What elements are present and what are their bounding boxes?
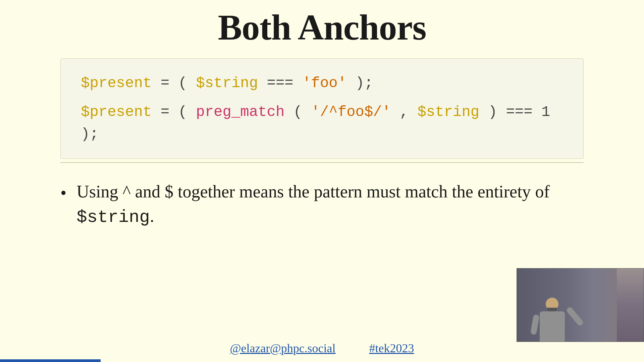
code-func-preg-match: preg_match — [196, 104, 284, 120]
code-op-1: = ( — [161, 75, 187, 92]
person-figure — [537, 298, 567, 342]
footer-social[interactable]: @elazar@phpc.social — [230, 341, 335, 355]
code-end-2: ); — [81, 126, 99, 142]
code-op-eq-1: === — [267, 75, 303, 92]
code-comma-2: , — [400, 104, 418, 120]
footer-hashtag[interactable]: #tek2023 — [369, 341, 414, 355]
code-block: $present = ( $string === 'foo' ); $prese… — [60, 58, 584, 159]
code-string-regex: '/^foo$/' — [311, 104, 391, 120]
webcam-video — [517, 268, 644, 342]
bottom-bar-accent — [0, 359, 101, 362]
code-paren-2: ( — [293, 104, 302, 120]
bullet-text-1: Using ^ and $ together means the pattern… — [76, 180, 584, 230]
code-var-string-1: $string — [196, 75, 258, 92]
code-string-foo-1: 'foo' — [302, 75, 346, 92]
person-head — [546, 298, 558, 310]
code-close-2: ) === — [488, 104, 541, 120]
code-num-1: 1 — [541, 104, 550, 120]
bullet-section: • Using ^ and $ together means the patte… — [60, 180, 584, 230]
code-var-present-1: $present — [81, 75, 152, 92]
code-var-present-2: $present — [81, 104, 152, 120]
slide: Both Anchors $present = ( $string === 'f… — [0, 0, 644, 362]
bullet-dot-1: • — [60, 181, 66, 205]
webcam-bg-right — [617, 268, 644, 342]
footer: @elazar@phpc.social #tek2023 — [0, 341, 644, 355]
code-op-2: = ( — [161, 104, 187, 120]
webcam-overlay — [517, 268, 644, 342]
bullet-item-1: • Using ^ and $ together means the patte… — [60, 180, 584, 230]
code-var-string-2: $string — [417, 104, 479, 120]
slide-title: Both Anchors — [218, 7, 426, 48]
person-beard — [547, 308, 557, 311]
inline-code-string: $string — [76, 207, 150, 227]
section-divider — [60, 162, 584, 163]
code-line-2: $present = ( preg_match ( '/^foo$/' , $s… — [81, 101, 563, 145]
person-body — [540, 311, 565, 342]
code-line-1: $present = ( $string === 'foo' ); — [81, 72, 563, 94]
code-end-1: ); — [356, 75, 373, 92]
